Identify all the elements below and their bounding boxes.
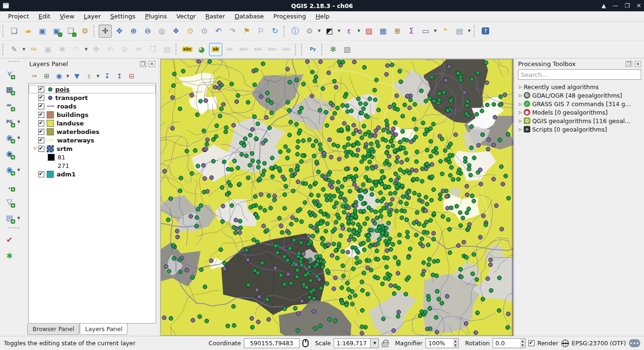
diagram-options-button[interactable]: ◕ (195, 43, 208, 56)
expand-arrow-icon[interactable]: ▷ (517, 93, 524, 98)
delete-selected-button[interactable]: ⊘ (118, 43, 131, 56)
menu-edit[interactable]: Edit (34, 12, 55, 21)
expand-arrow-icon[interactable]: ▷ (517, 127, 524, 132)
add-wfs-layer-button[interactable]: ◉+ (3, 163, 16, 176)
layer-row-transport[interactable]: transport (29, 93, 156, 102)
composer-manager-button[interactable]: ⚙ (78, 25, 92, 38)
move-label-button[interactable]: abc (251, 43, 265, 56)
text-annotation-button[interactable]: ▤ (453, 25, 466, 38)
measure-button[interactable]: ▭ (419, 25, 432, 38)
scale-input[interactable] (334, 338, 370, 348)
float-panel-icon[interactable]: ❐ (626, 61, 632, 67)
pan-to-selection-button[interactable]: ✥ (113, 25, 126, 38)
close-panel-icon[interactable]: ✕ (149, 61, 155, 67)
collapse-all-button[interactable]: ↥ (114, 70, 125, 82)
processing-item-gdalogr[interactable]: ▷GGDAL/OGR [48 geoalgorithms] (517, 91, 642, 100)
processing-item-grass[interactable]: ▷✓GRASS GIS 7 commands [314 g... (517, 100, 642, 108)
show-bookmarks-button[interactable]: ⚐ (254, 25, 268, 38)
change-label-button[interactable]: abc (280, 43, 293, 56)
copy-features-button[interactable]: ❐ (146, 43, 159, 56)
render-checkbox[interactable] (528, 340, 535, 346)
pois-visibility-checkbox[interactable] (38, 86, 44, 92)
transport-visibility-checkbox[interactable] (38, 95, 44, 101)
add-vector-layer-button[interactable]: ⋎+ (3, 67, 16, 80)
menu-database[interactable]: Database (230, 12, 268, 21)
add-raster-layer-button[interactable]: ▦+ (3, 83, 16, 96)
magnifier-spinbox[interactable]: ▲▼ (426, 338, 459, 348)
open-layer-styling-button[interactable]: ✑ (29, 70, 40, 82)
new-memory-layer-button[interactable]: ▤+ (3, 211, 16, 225)
processing-item-models[interactable]: ▷●Models [0 geoalgorithms] (517, 108, 642, 117)
new-composer-button[interactable]: ❏ (64, 25, 77, 38)
buildings-visibility-checkbox[interactable] (38, 112, 44, 118)
statistics-button[interactable]: Σ (405, 25, 418, 38)
toolbar-grip[interactable] (8, 61, 19, 64)
toolbar-grip[interactable] (2, 44, 6, 55)
toolbar-grip[interactable] (8, 227, 19, 231)
layer-row-adm1[interactable]: adm1 (29, 170, 156, 178)
field-calculator-button[interactable]: ≣ (391, 25, 404, 38)
mouse-position-toggle-icon[interactable] (302, 339, 309, 347)
toolbar-grip[interactable] (321, 44, 325, 55)
zoom-next-button[interactable]: ↷ (226, 25, 239, 38)
new-shapefile-layer-button[interactable]: ▽+ (3, 195, 16, 208)
rotate-label-button[interactable]: abc (266, 43, 279, 56)
waterways-visibility-checkbox[interactable] (38, 137, 44, 143)
save-project-as-button[interactable]: ▣ (50, 25, 63, 38)
scale-combo[interactable]: ▼ (334, 338, 379, 348)
open-project-button[interactable]: ▰ (22, 25, 35, 38)
toolbar-grip[interactable] (301, 44, 304, 55)
toolbar-grip[interactable] (176, 44, 179, 55)
pin-labels-button[interactable]: ab (209, 43, 222, 56)
menu-view[interactable]: View (56, 12, 79, 21)
measure-button-dropdown-icon[interactable]: ▼ (433, 25, 438, 38)
collapse-arrow-icon[interactable]: ▽ (32, 146, 38, 151)
show-hide-labels-button[interactable]: abc (237, 43, 251, 56)
zoom-native-button[interactable]: ◎ (155, 25, 168, 38)
save-project-button[interactable]: ▣ (36, 25, 49, 38)
processing-item-recently[interactable]: ▷Recently used algorithms (517, 83, 642, 91)
layer-row-landuse[interactable]: landuse (29, 119, 156, 127)
refresh-button[interactable]: ↻ (268, 25, 282, 38)
select-by-expression-button[interactable]: ε (343, 25, 356, 38)
current-edits-button-dropdown-icon[interactable]: ▼ (21, 43, 26, 56)
close-panel-icon[interactable]: ✕ (635, 61, 641, 67)
processing-search-input[interactable] (518, 69, 641, 80)
add-postgis-layer-button[interactable]: PG+ (3, 115, 16, 128)
add-circular-string-button[interactable]: ◠ (70, 43, 83, 56)
spin-up-icon[interactable]: ▲ (453, 339, 458, 343)
add-delimited-text-button[interactable]: ,+ (3, 179, 16, 192)
scale-dropdown-icon[interactable]: ▼ (370, 338, 379, 348)
crs-status[interactable]: EPSG:23700 (OTF) (572, 340, 626, 347)
select-features-button-dropdown-icon[interactable]: ▼ (336, 25, 342, 38)
check-geometries-button[interactable]: ✱ (3, 250, 16, 263)
attribute-table-button[interactable]: ▦ (376, 25, 390, 38)
menu-help[interactable]: Help (311, 12, 334, 21)
rotation-input[interactable] (493, 338, 520, 348)
paste-features-button[interactable]: ▤ (160, 43, 174, 56)
menu-project[interactable]: Project (4, 12, 33, 21)
cut-features-button[interactable]: ✂ (132, 43, 145, 56)
expand-arrow-icon[interactable]: ▷ (517, 110, 524, 115)
float-panel-icon[interactable]: ❐ (140, 61, 146, 67)
run-feature-action-button-dropdown-icon[interactable]: ▼ (317, 25, 322, 38)
toggle-editing-button[interactable]: ✏ (27, 43, 41, 56)
zoom-to-selection-button[interactable]: ⊙ (184, 25, 197, 38)
highlight-pinned-labels-button[interactable]: ab (223, 43, 236, 56)
menu-processing[interactable]: Processing (269, 12, 310, 21)
toolbar-grip[interactable] (93, 25, 97, 37)
restore-button[interactable]: ❐ (625, 3, 630, 8)
select-by-expression-button-dropdown-icon[interactable]: ▼ (356, 25, 361, 38)
add-group-button[interactable]: ⊞ (41, 70, 52, 82)
manage-visibility-button-dropdown-icon[interactable]: ▼ (65, 69, 70, 83)
grass-region-button[interactable]: ▧ (341, 43, 354, 56)
shade-button[interactable]: ▲ (602, 3, 606, 8)
identify-button[interactable]: ⓘ (289, 25, 302, 38)
zoom-last-button[interactable]: ↶ (212, 25, 225, 38)
move-feature-button[interactable]: ✥ (90, 43, 103, 56)
processing-item-scripts[interactable]: ▷>Scripts [0 geoalgorithms] (517, 125, 642, 133)
zoom-to-layer-button[interactable]: ⊙ (198, 25, 211, 38)
text-annotation-button-dropdown-icon[interactable]: ▼ (467, 25, 472, 38)
magnifier-input[interactable] (426, 338, 453, 348)
menu-plugins[interactable]: Plugins (141, 12, 171, 21)
